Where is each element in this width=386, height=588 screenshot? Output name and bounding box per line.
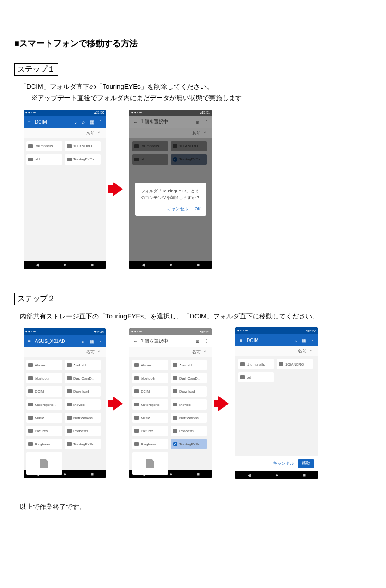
folder-tile[interactable]: Ringtones — [132, 439, 168, 449]
confirm-dialog: フォルダ「TouringEYEs」とそのコンテンツを削除しますか？ キャンセル … — [135, 183, 206, 216]
folder-tile[interactable]: Download — [171, 386, 207, 397]
folder-tile-selected[interactable]: ✓TouringEYEs — [171, 439, 207, 449]
tile-label: .thumbnails — [35, 144, 53, 148]
menu-icon[interactable]: ≡ — [238, 338, 244, 343]
folder-tile[interactable]: Music — [132, 413, 168, 423]
folder-tile[interactable]: Pictures — [26, 426, 62, 436]
sort-bar[interactable]: 名前 ⌃ — [24, 128, 106, 138]
sort-label: 名前 — [192, 130, 201, 136]
tile-label: Movies — [73, 403, 85, 407]
sort-label: 名前 — [86, 130, 95, 136]
appbar-title: DCIM — [35, 119, 71, 125]
search-icon[interactable]: ⌕ — [80, 339, 86, 344]
nav-back-icon[interactable]: ◀ — [36, 262, 39, 267]
folder-tile[interactable]: .thumbnails — [26, 141, 62, 151]
nav-back-icon[interactable]: ◀ — [248, 473, 251, 477]
folder-icon — [67, 376, 72, 380]
folder-tile[interactable]: Podcasts — [171, 426, 207, 436]
sort-bar[interactable]: 名前 ⌃ — [235, 346, 318, 356]
ok-button[interactable]: OK — [195, 207, 201, 212]
trash-icon[interactable]: 🗑 — [195, 338, 201, 343]
tile-label: DCIM — [35, 389, 44, 394]
nav-recent-icon[interactable]: ■ — [197, 262, 199, 267]
overflow-icon[interactable]: ⋮ — [203, 338, 209, 343]
trash-icon[interactable]: 🗑 — [195, 119, 201, 125]
overflow-icon[interactable]: ⋮ — [309, 338, 315, 343]
folder-tile[interactable]: bluetooth — [26, 373, 62, 383]
back-icon[interactable]: ← — [132, 119, 138, 125]
nav-recent-icon[interactable]: ■ — [303, 473, 305, 477]
folder-tile[interactable]: Download — [65, 386, 101, 397]
folder-icon — [134, 389, 139, 393]
screen-storage-browse: ▾ ▾ ▫ ⋯ ◘15:49 ≡ ASUS_X01AD ⌕ ▦ ⋮ 名前 ⌃ A… — [24, 328, 106, 478]
overflow-icon[interactable]: ⋮ — [97, 339, 103, 344]
tile-label: Music — [35, 416, 44, 420]
step1-screens: ▾ ▾ ▫ ⋯ ◘15:50 ≡ DCIM ⌄ ⌕ ▦ ⋮ 名前 ⌃ .thum… — [24, 110, 372, 269]
folder-tile[interactable]: Alarms — [132, 360, 168, 370]
folder-tile[interactable]: TouringEYEs — [65, 439, 101, 449]
folder-tile[interactable]: Music — [26, 413, 62, 423]
folder-tile[interactable]: Ringtones — [26, 439, 62, 449]
folder-tile[interactable]: old — [238, 372, 274, 382]
folder-tile[interactable]: Pictures — [132, 426, 168, 436]
tile-grid: Alarms Android bluetooth DashCamD.. DCIM… — [24, 357, 106, 477]
folder-tile[interactable]: DashCamD.. — [171, 373, 207, 383]
search-icon[interactable]: ⌕ — [80, 119, 86, 125]
nav-home-icon[interactable]: ● — [64, 262, 66, 267]
tile-label: DCIM — [141, 389, 150, 394]
folder-tile[interactable]: bluetooth — [132, 373, 168, 383]
folder-tile[interactable]: Notifications — [65, 413, 101, 423]
grid-view-icon[interactable]: ▦ — [301, 338, 306, 343]
appbar: ≡ DCIM ⌄ ⌕ ▦ ⋮ — [24, 116, 106, 128]
folder-tile[interactable]: Motorsports.. — [26, 399, 62, 410]
cancel-button[interactable]: キャンセル — [167, 207, 188, 212]
folder-tile[interactable]: 100ANDRO — [277, 359, 313, 369]
overflow-icon[interactable]: ⋮ — [203, 119, 209, 125]
menu-icon[interactable]: ≡ — [26, 119, 32, 125]
folder-tile[interactable]: .thumbnails — [238, 359, 274, 369]
folder-tile[interactable]: Motorsports.. — [132, 399, 168, 410]
folder-tile[interactable]: DashCamD.. — [65, 373, 101, 383]
grid-view-icon[interactable]: ▦ — [89, 339, 95, 344]
grid-view-icon[interactable]: ▦ — [89, 119, 95, 125]
folder-tile[interactable]: old — [26, 154, 62, 165]
folder-icon — [67, 442, 72, 446]
folder-tile[interactable]: Movies — [171, 399, 207, 410]
system-nav: ◀ ● ■ — [129, 261, 212, 269]
folder-tile[interactable]: Notifications — [171, 413, 207, 423]
nav-home-icon[interactable]: ● — [170, 262, 172, 267]
nav-recent-icon[interactable]: ■ — [91, 262, 93, 267]
folder-tile[interactable]: TouringEYEs — [65, 154, 101, 165]
folder-tile[interactable]: DCIM — [132, 386, 168, 397]
overflow-icon[interactable]: ⋮ — [97, 119, 103, 125]
sort-bar[interactable]: 名前 ⌃ — [129, 347, 212, 357]
nav-back-icon[interactable]: ◀ — [142, 262, 145, 267]
nav-home-icon[interactable]: ● — [276, 473, 278, 477]
tile-label: DashCamD.. — [179, 376, 200, 381]
move-button[interactable]: 移動 — [298, 459, 314, 468]
back-icon[interactable]: ← — [132, 338, 138, 343]
cancel-button[interactable]: キャンセル — [273, 461, 294, 467]
folder-body: .thumbnails 100ANDRO old ✓TouringEYEs フォ… — [129, 138, 212, 261]
folder-tile[interactable]: Android — [171, 360, 207, 370]
folder-tile[interactable]: 100ANDRO — [65, 141, 101, 151]
folder-tile[interactable]: DCIM — [26, 386, 62, 397]
menu-icon[interactable]: ≡ — [26, 339, 32, 344]
appbar: ≡ DCIM ⌄ ▦ ⋮ — [235, 334, 318, 346]
tile-label: Alarms — [35, 363, 46, 367]
folder-icon — [173, 416, 177, 420]
folder-tile[interactable]: Alarms — [26, 360, 62, 370]
folder-tile[interactable]: Podcasts — [65, 426, 101, 436]
chevron-down-icon[interactable]: ⌄ — [74, 120, 78, 125]
file-tile[interactable] — [132, 452, 168, 475]
sort-bar[interactable]: 名前 ⌃ — [24, 347, 106, 357]
folder-icon — [240, 375, 245, 379]
folder-tile[interactable]: Movies — [65, 399, 101, 410]
folder-icon — [67, 416, 72, 420]
chevron-down-icon[interactable]: ⌄ — [294, 338, 298, 342]
status-bar: ▾ ▾ ▫ ⋯ ◘15:51 — [129, 328, 212, 335]
file-tile[interactable] — [26, 452, 62, 475]
folder-tile[interactable]: Android — [65, 360, 101, 370]
folder-icon — [28, 389, 33, 393]
tile-label: Podcasts — [73, 429, 88, 433]
